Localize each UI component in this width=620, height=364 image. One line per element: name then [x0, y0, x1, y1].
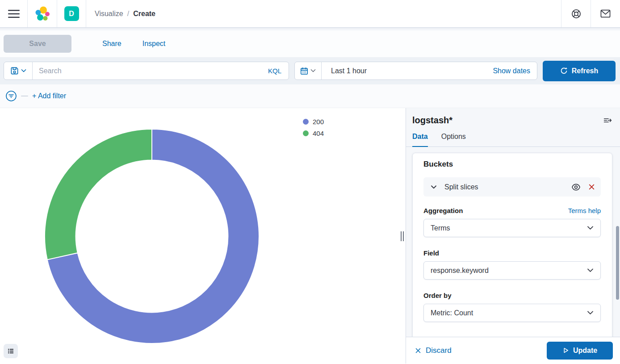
donut-slice-404[interactable]	[45, 129, 152, 259]
update-button[interactable]: Update	[547, 342, 613, 360]
chevron-down-icon	[587, 226, 594, 230]
discard-button[interactable]: Discard	[415, 346, 452, 355]
play-icon	[562, 347, 569, 354]
order-by-label: Order by	[423, 292, 452, 299]
main-content: 200404 logstash* Data Options	[0, 108, 620, 364]
split-slices-row[interactable]: Split slices	[423, 177, 601, 197]
order-by-select[interactable]: Metric: Count	[423, 304, 601, 322]
date-picker: Last 1 hour Show dates	[294, 62, 537, 80]
list-icon	[7, 347, 14, 355]
chevron-down-icon	[587, 310, 594, 315]
chevron-down-icon	[21, 69, 26, 73]
query-bar: KQL Last 1 hour Show dates Refresh	[0, 57, 620, 84]
calendar-icon	[300, 67, 308, 75]
terms-help-link[interactable]: Terms help	[568, 207, 601, 214]
chart-legend: 200404	[303, 118, 324, 137]
time-range-value[interactable]: Last 1 hour	[322, 67, 493, 75]
help-menu-button[interactable]	[561, 0, 591, 27]
donut-chart[interactable]	[0, 108, 406, 364]
field-value: response.keyword	[431, 267, 489, 275]
elastic-logo	[35, 6, 50, 21]
breadcrumb: Visualize / Create	[86, 0, 155, 27]
filter-circle-icon[interactable]	[5, 90, 17, 102]
aggregation-select[interactable]: Terms	[423, 219, 601, 237]
add-filter-button[interactable]: + Add filter	[32, 92, 66, 100]
breadcrumb-separator: /	[127, 10, 129, 18]
refresh-icon	[560, 67, 568, 75]
buckets-panel: Buckets Split slices	[412, 153, 612, 337]
show-dates-button[interactable]: Show dates	[493, 67, 537, 75]
saved-query-menu-button[interactable]	[4, 62, 33, 79]
legend-dot	[303, 130, 309, 136]
date-quick-menu-button[interactable]	[295, 62, 322, 79]
share-button[interactable]: Share	[102, 40, 121, 48]
legend-item-404[interactable]: 404	[303, 130, 324, 137]
index-pattern-title: logstash*	[412, 115, 452, 126]
visualization-pane: 200404	[0, 108, 406, 364]
sidebar-tabs: Data Options	[406, 133, 620, 147]
search-box: KQL	[4, 62, 289, 80]
breadcrumb-create: Create	[133, 10, 155, 18]
save-button[interactable]: Save	[4, 35, 71, 53]
filter-dash	[21, 96, 28, 96]
split-slices-label: Split slices	[444, 183, 564, 191]
breadcrumb-visualize[interactable]: Visualize	[95, 10, 123, 18]
x-icon	[415, 347, 421, 354]
aggregation-value: Terms	[431, 224, 450, 232]
newsfeed-button[interactable]	[591, 0, 620, 27]
inspect-button[interactable]: Inspect	[142, 40, 166, 48]
legend-item-200[interactable]: 200	[303, 118, 324, 126]
visualize-toolbar: Save Share Inspect	[0, 28, 620, 57]
panel-resize-handle[interactable]	[401, 231, 404, 241]
envelope-icon	[600, 9, 611, 18]
sidebar-scroll-area: Buckets Split slices	[406, 147, 620, 337]
menu-right-icon[interactable]	[603, 117, 612, 124]
legend-label: 404	[313, 130, 324, 137]
tab-options[interactable]: Options	[441, 133, 466, 146]
legend-toggle-button[interactable]	[4, 344, 18, 358]
vis-editor-sidebar: logstash* Data Options Buckets Split sli…	[406, 108, 620, 364]
floppy-save-icon	[10, 67, 19, 75]
red-x-icon[interactable]	[588, 184, 595, 190]
sidebar-footer: Discard Update	[406, 337, 620, 364]
home-logo-button[interactable]	[28, 0, 57, 27]
chevron-down-icon	[587, 268, 594, 273]
filter-bar: + Add filter	[0, 84, 620, 108]
legend-dot	[303, 119, 309, 125]
sidebar-scrollbar[interactable]	[616, 226, 619, 300]
buckets-heading: Buckets	[423, 160, 601, 169]
update-label: Update	[573, 347, 597, 355]
eye-icon[interactable]	[571, 183, 581, 191]
main-menu-button[interactable]	[0, 0, 28, 27]
space-selector[interactable]: D	[57, 0, 86, 27]
space-avatar[interactable]: D	[64, 6, 79, 21]
hamburger-icon	[8, 9, 20, 18]
search-input[interactable]	[33, 67, 268, 75]
refresh-label: Refresh	[572, 67, 599, 75]
nav-spacer	[155, 0, 561, 27]
chevron-down-icon	[310, 69, 316, 73]
field-label: Field	[423, 249, 439, 257]
discard-label: Discard	[426, 346, 452, 355]
tab-data[interactable]: Data	[412, 133, 428, 147]
top-navigation: D Visualize / Create	[0, 0, 620, 28]
refresh-button[interactable]: Refresh	[543, 61, 616, 81]
query-language-button[interactable]: KQL	[268, 67, 289, 75]
legend-label: 200	[313, 118, 324, 126]
field-select[interactable]: response.keyword	[423, 261, 601, 280]
aggregation-label: Aggregation	[423, 207, 463, 214]
sidebar-header: logstash*	[406, 108, 620, 126]
life-buoy-icon	[571, 9, 581, 19]
order-by-value: Metric: Count	[431, 309, 473, 317]
chevron-down-icon[interactable]	[431, 185, 437, 189]
